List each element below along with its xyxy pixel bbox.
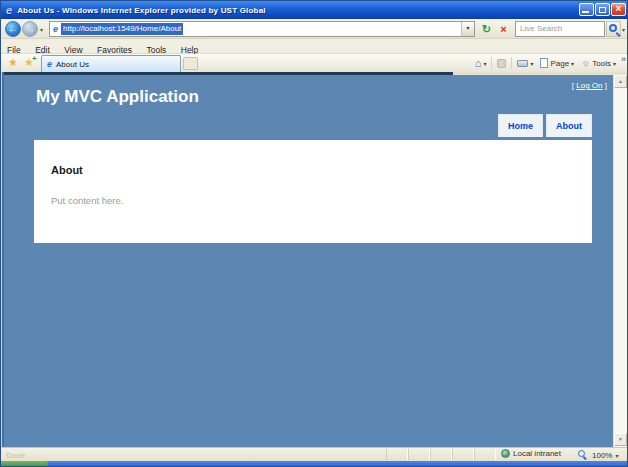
home-dropdown-icon: ▾ [483, 60, 486, 67]
close-button[interactable]: × [611, 3, 626, 16]
tools-dropdown-icon: ▾ [613, 60, 616, 67]
stop-button[interactable]: × [496, 21, 511, 37]
feeds-button[interactable] [495, 58, 508, 69]
zoom-level: 100% [592, 451, 612, 460]
divider [491, 57, 492, 69]
search-icon [609, 24, 617, 32]
feeds-icon [497, 59, 506, 68]
tab-favicon: e [47, 59, 52, 69]
url-text-selected[interactable]: http://localhost:1549/Home/About [61, 23, 183, 35]
search-placeholder: Live Search [516, 22, 604, 36]
search-input[interactable]: Live Search [515, 21, 605, 37]
page-menu-button[interactable]: Page ▾ [538, 57, 576, 69]
gear-icon: ☼ [581, 58, 590, 68]
title-bar: e About Us - Windows Internet Explorer p… [1, 1, 628, 19]
page-menu-label: Page [550, 59, 569, 68]
status-panel [452, 449, 474, 460]
minimize-icon [582, 11, 589, 13]
window-title: About Us - Windows Internet Explorer pro… [17, 6, 266, 15]
zone-label: Local intranet [513, 449, 561, 458]
nav-tab-about[interactable]: About [546, 114, 592, 137]
status-panel [386, 449, 408, 460]
menu-bar: File Edit View Favorites Tools Help [1, 39, 628, 54]
divider [511, 57, 512, 69]
ie-logo-icon: e [6, 4, 12, 16]
print-dropdown-icon: ▾ [530, 60, 533, 67]
navigation-bar: ← → ▾ e http://localhost:1549/Home/About… [1, 19, 628, 39]
intranet-globe-icon [501, 449, 510, 458]
status-panel [474, 449, 496, 460]
zoom-magnifier-icon [577, 449, 589, 461]
tools-menu-button[interactable]: ☼ Tools ▾ [579, 57, 618, 69]
browser-window: e About Us - Windows Internet Explorer p… [0, 0, 628, 467]
nav-tab-home[interactable]: Home [498, 114, 543, 137]
printer-icon [517, 60, 528, 67]
windows-taskbar [1, 461, 628, 467]
search-dropdown-icon[interactable]: ▾ [622, 26, 625, 33]
home-button[interactable]: ⌂ ▾ [473, 57, 489, 69]
window-controls: × [579, 3, 626, 16]
tab-about-us[interactable]: e About Us [41, 55, 181, 72]
status-panel [430, 449, 452, 460]
page-title: My MVC Application [36, 87, 199, 107]
address-dropdown-button[interactable]: ▾ [461, 22, 474, 36]
refresh-button[interactable]: ↻ [479, 21, 494, 37]
command-bar: ⌂ ▾ ▾ Page ▾ ☼ Tools ▾ » [473, 55, 626, 71]
content-panel: About Put content here. [34, 140, 592, 243]
tab-title: About Us [56, 60, 89, 69]
new-tab-button[interactable] [183, 57, 198, 70]
zoom-dropdown-icon[interactable]: ▾ [615, 452, 618, 459]
site-navigation: Home About [498, 114, 592, 137]
address-bar[interactable]: e http://localhost:1549/Home/About ▾ [49, 21, 475, 37]
history-dropdown-icon[interactable]: ▾ [40, 26, 43, 33]
add-favorite-plus-icon: + [32, 54, 37, 63]
window-left-border [1, 72, 4, 447]
tools-menu-label: Tools [592, 59, 611, 68]
tab-strip-underline [1, 72, 628, 75]
restore-icon [599, 7, 606, 13]
content-heading: About [51, 164, 592, 176]
restore-button[interactable] [595, 3, 610, 16]
tab-bar: ★ ★ + e About Us ⌂ ▾ ▾ Page ▾ [1, 54, 628, 72]
search-button[interactable] [606, 21, 621, 37]
home-icon: ⌂ [475, 58, 482, 68]
logon-link[interactable]: Log On [576, 81, 602, 90]
status-panel [408, 449, 430, 460]
logon-bracket-close: ] [603, 81, 607, 90]
security-zone: Local intranet [501, 449, 561, 458]
logon-area: [ Log On ] [572, 81, 607, 90]
overflow-chevron-icon[interactable]: » [621, 55, 626, 63]
zoom-control[interactable]: 100% ▾ [577, 449, 618, 461]
status-bar: Done Local intranet 100% ▾ [1, 447, 628, 461]
scroll-up-button[interactable]: ▲ [614, 75, 627, 88]
print-button[interactable]: ▾ [515, 59, 535, 68]
start-button[interactable] [1, 461, 48, 467]
page-viewport: My MVC Application [ Log On ] Home About… [1, 72, 628, 447]
favorites-center-icon[interactable]: ★ [8, 56, 18, 69]
scroll-down-button[interactable]: ▼ [614, 433, 627, 446]
vertical-scrollbar[interactable]: ▲ ▼ [613, 75, 627, 447]
page-icon [540, 58, 548, 68]
page-dropdown-icon: ▾ [571, 60, 574, 67]
page-favicon: e [53, 24, 58, 34]
status-message: Done [6, 451, 25, 460]
minimize-button[interactable] [579, 3, 594, 16]
forward-button[interactable]: → [22, 21, 38, 37]
back-button[interactable]: ← [5, 21, 21, 37]
status-panels [386, 449, 496, 460]
content-body: Put content here. [51, 195, 592, 206]
